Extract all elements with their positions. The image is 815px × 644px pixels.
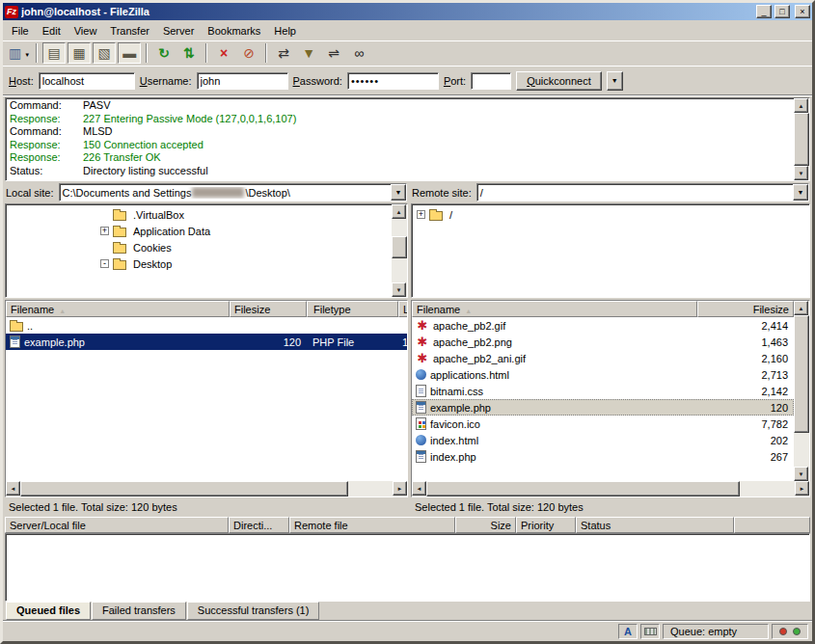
tree-item-label: Cookies — [130, 242, 175, 254]
minimize-button[interactable]: _ — [756, 5, 772, 18]
tree-item[interactable]: - Desktop — [6, 255, 392, 272]
maximize-button[interactable]: □ — [774, 5, 790, 18]
toggle-remote-tree-button[interactable]: ▧ — [93, 42, 116, 64]
find-files-button[interactable]: ∞ — [347, 42, 370, 64]
column-header-last-modified[interactable]: Last modified — [398, 301, 407, 317]
remote-list-horizontal-scrollbar[interactable] — [412, 481, 809, 496]
scroll-left-button[interactable] — [6, 481, 20, 496]
password-input[interactable] — [347, 72, 439, 90]
tree-item[interactable]: .VirtualBox — [6, 206, 392, 223]
file-name: apache_pb2.png — [433, 336, 512, 348]
column-header-filesize[interactable]: Filesize — [230, 301, 307, 317]
scroll-down-button[interactable] — [794, 467, 808, 481]
local-site-combo[interactable]: C:\Documents and Settings \Desktop\ — [59, 183, 407, 201]
scroll-up-button[interactable] — [794, 98, 808, 113]
host-input[interactable] — [39, 72, 135, 90]
menu-help[interactable]: Help — [267, 22, 303, 40]
scrollbar-thumb[interactable] — [794, 113, 809, 166]
filter-button[interactable]: ▼ — [297, 42, 320, 64]
scroll-left-button[interactable] — [412, 481, 426, 496]
site-manager-button[interactable]: ▥ — [8, 42, 31, 64]
column-header-filetype[interactable]: Filetype — [307, 301, 398, 317]
scrollbar-thumb[interactable] — [20, 481, 348, 496]
expander-icon[interactable]: - — [100, 259, 109, 268]
speed-limit-indicator-icon[interactable] — [640, 624, 660, 639]
remote-file-row[interactable]: index.php 267 — [412, 448, 794, 465]
menu-file[interactable]: File — [5, 22, 36, 40]
tab-failed-transfers[interactable]: Failed transfers — [92, 602, 186, 620]
column-header-filename[interactable]: Filename — [412, 301, 697, 317]
scroll-down-button[interactable] — [392, 282, 406, 297]
column-header-direction[interactable]: Directi... — [229, 517, 289, 533]
remote-list-vertical-scrollbar[interactable] — [794, 301, 809, 481]
column-header-filesize[interactable]: Filesize — [697, 301, 794, 317]
quickconnect-button[interactable]: Quickconnect — [516, 71, 602, 91]
remote-file-row[interactable]: index.html 202 — [412, 432, 794, 448]
remote-file-row[interactable]: favicon.ico 7,782 — [412, 416, 794, 432]
scrollbar-thumb[interactable] — [392, 236, 407, 257]
log-line-type: Response: — [10, 113, 83, 126]
quickconnect-dropdown-button[interactable] — [607, 71, 623, 91]
refresh-button[interactable]: ↻ — [152, 42, 176, 64]
cancel-button[interactable]: × — [212, 42, 235, 64]
dropdown-arrow-icon[interactable] — [793, 184, 808, 201]
scrollbar-thumb[interactable] — [794, 315, 809, 433]
titlebar[interactable]: Fz john@localhost - FileZilla _ □ × — [3, 3, 812, 20]
username-input[interactable] — [197, 72, 288, 90]
menu-edit[interactable]: Edit — [36, 22, 68, 40]
remote-file-row-selected[interactable]: example.php 120 — [412, 399, 794, 416]
process-queue-button[interactable]: ⇅ — [177, 42, 201, 64]
tree-item[interactable]: + / — [412, 206, 809, 223]
scroll-up-button[interactable] — [794, 301, 808, 315]
tab-queued-files[interactable]: Queued files — [6, 602, 91, 620]
directory-compare-button[interactable]: ⇄ — [272, 42, 295, 64]
dropdown-arrow-icon[interactable] — [391, 184, 406, 201]
menu-transfer[interactable]: Transfer — [103, 22, 156, 40]
column-header-priority[interactable]: Priority — [516, 517, 576, 533]
column-header-size[interactable]: Size — [455, 517, 516, 533]
close-button[interactable]: × — [795, 5, 810, 18]
scroll-right-button[interactable] — [795, 481, 809, 496]
local-file-row[interactable]: .. — [6, 317, 407, 334]
toggle-log-button[interactable]: ▤ — [42, 42, 66, 64]
directory-compare-icon: ⇄ — [278, 46, 289, 60]
tab-successful-transfers[interactable]: Successful transfers (1) — [187, 602, 320, 620]
remote-file-row[interactable]: apache_pb2_ani.gif 2,160 — [412, 350, 794, 366]
local-tree-scrollbar[interactable] — [392, 204, 407, 297]
scroll-down-button[interactable] — [794, 166, 808, 180]
menu-view[interactable]: View — [68, 22, 104, 40]
transfer-type-indicator-icon[interactable]: A — [618, 624, 638, 639]
column-header-server-local-file[interactable]: Server/Local file — [5, 517, 229, 533]
file-name: example.php — [430, 402, 491, 414]
local-file-row-selected[interactable]: example.php 120 PHP File 1 — [6, 334, 407, 350]
scroll-right-button[interactable] — [393, 481, 407, 496]
column-header-filename[interactable]: Filename — [6, 301, 230, 317]
remote-file-row[interactable]: apache_pb2.png 1,463 — [412, 334, 794, 350]
remote-site-combo[interactable]: / — [476, 183, 809, 201]
menu-bookmarks[interactable]: Bookmarks — [201, 22, 267, 40]
menu-server[interactable]: Server — [156, 22, 201, 40]
remote-file-row[interactable]: applications.html 2,713 — [412, 366, 794, 383]
sync-browse-button[interactable]: ⇌ — [322, 42, 345, 64]
port-input[interactable] — [471, 72, 511, 90]
local-list-horizontal-scrollbar[interactable] — [6, 481, 407, 496]
expander-icon[interactable]: + — [417, 210, 425, 219]
find-files-icon: ∞ — [354, 46, 364, 60]
tree-item[interactable]: + Application Data — [6, 223, 392, 239]
username-label: Username: — [140, 75, 192, 87]
filezilla-logo-icon: Fz — [5, 6, 18, 18]
remote-file-row[interactable]: apache_pb2.gif 2,414 — [412, 317, 794, 334]
column-header-status[interactable]: Status — [576, 517, 734, 533]
column-header-remote-file[interactable]: Remote file — [289, 517, 455, 533]
php-file-icon — [416, 401, 426, 414]
remote-file-row[interactable]: bitnami.css 2,142 — [412, 383, 794, 399]
log-vertical-scrollbar[interactable] — [794, 98, 809, 180]
scroll-up-button[interactable] — [392, 204, 406, 219]
toggle-local-tree-button[interactable]: ▦ — [68, 42, 91, 64]
css-file-icon — [416, 385, 426, 397]
expander-icon[interactable]: + — [100, 227, 109, 235]
toggle-queue-button[interactable]: ▬ — [118, 42, 141, 64]
tree-item[interactable]: Cookies — [6, 239, 392, 255]
scrollbar-thumb[interactable] — [426, 481, 740, 496]
disconnect-button[interactable]: ⊘ — [237, 42, 260, 64]
